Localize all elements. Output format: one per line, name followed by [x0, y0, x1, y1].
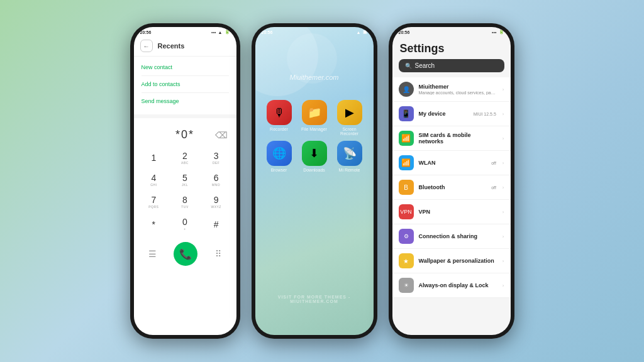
- keypad-icon[interactable]: ⠿: [215, 249, 221, 259]
- send-message-action[interactable]: Send message: [142, 96, 229, 107]
- settings-item-sim[interactable]: 📶 SIM cards & mobile networks ›: [392, 126, 511, 151]
- device-label: My device: [419, 111, 469, 117]
- app-browser[interactable]: 🌐 Browser: [264, 141, 294, 172]
- browser-icon: 🌐: [267, 141, 292, 166]
- battery-icon2: ▣: [363, 30, 367, 35]
- battery-icon3: 🔋: [499, 30, 504, 35]
- phone-recents: 20:56 ▪▪▪ ▲ 🔋 ← Recents New contact Add …: [130, 23, 240, 339]
- dial-display: *0* ⌫: [134, 121, 236, 145]
- app-recorder[interactable]: 🎙 Recorder: [264, 100, 294, 136]
- downloads-label: Downloads: [303, 168, 325, 172]
- account-label: Miuithemer: [419, 84, 496, 90]
- dial-pad: 1 2 ABC 3 DEF 4 GHI 5 JKL: [134, 145, 236, 237]
- wlan-label: WLAN: [419, 160, 487, 166]
- account-info: Miuithemer Manage accounts, cloud servic…: [419, 84, 496, 95]
- app-grid: 🎙 Recorder 📁 File Manager ▶ Screen Recor…: [255, 94, 374, 178]
- recents-header: ← Recents: [134, 36, 236, 57]
- wlan-chevron: ›: [502, 160, 504, 166]
- app-downloads[interactable]: ⬇ Downloads: [299, 141, 330, 172]
- dial-key-8[interactable]: 8 TUV: [170, 192, 200, 212]
- time-phone3: 20:56: [399, 30, 410, 35]
- dial-key-star[interactable]: *: [139, 214, 169, 234]
- dial-key-1[interactable]: 1: [139, 148, 169, 168]
- display-label: Always-on display & Lock: [419, 282, 496, 288]
- settings-item-bluetooth[interactable]: B Bluetooth off ›: [392, 175, 511, 200]
- account-sub: Manage accounts, cloud services, payment…: [419, 90, 496, 95]
- dial-key-4[interactable]: 4 GHI: [139, 170, 169, 190]
- screenrecorder-label: Screen Recorder: [335, 127, 365, 136]
- wallpaper-chevron: ›: [502, 258, 504, 264]
- sim-chevron: ›: [502, 136, 504, 141]
- bottom-watermark: VISIT FOR MORE THEMES - MIUITHEMER.COM: [255, 295, 374, 304]
- connection-info: Connection & sharing: [419, 233, 496, 239]
- bluetooth-status: off: [491, 185, 496, 190]
- sim-label: SIM cards & mobile networks: [419, 132, 496, 145]
- back-button[interactable]: ←: [140, 40, 153, 52]
- dial-key-3[interactable]: 3 DEF: [201, 148, 231, 168]
- signal-icon3: ▪▪▪: [492, 30, 496, 35]
- settings-item-device[interactable]: 📱 My device MIUI 12.5.5 ›: [392, 102, 511, 126]
- filemanager-label: File Manager: [301, 127, 327, 131]
- account-icon: 👤: [399, 82, 414, 97]
- app-screen-recorder[interactable]: ▶ Screen Recorder: [335, 100, 365, 136]
- browser-label: Browser: [271, 168, 287, 172]
- settings-item-wlan[interactable]: 📶 WLAN off ›: [392, 151, 511, 175]
- device-badge: MIUI 12.5.5: [474, 112, 496, 116]
- wlan-status: off: [491, 161, 496, 165]
- time-phone1: 20:56: [140, 30, 152, 35]
- add-to-contacts-action[interactable]: Add to contacts: [142, 79, 229, 90]
- vpn-info: VPN: [419, 209, 496, 215]
- settings-item-display[interactable]: ☀ Always-on display & Lock ›: [392, 273, 511, 298]
- new-contact-action[interactable]: New contact: [142, 62, 229, 73]
- search-label: Search: [415, 62, 435, 69]
- device-chevron: ›: [502, 111, 504, 117]
- signal-icon: ▪▪▪: [211, 30, 216, 35]
- wlan-icon: 📶: [399, 155, 414, 170]
- settings-item-wallpaper[interactable]: ★ Wallpaper & personalization ›: [392, 249, 511, 273]
- connection-chevron: ›: [502, 234, 504, 239]
- settings-search-bar[interactable]: 🔍 Search: [399, 59, 504, 72]
- app-file-manager[interactable]: 📁 File Manager: [299, 100, 330, 136]
- dial-key-9[interactable]: 9 WXYZ: [201, 192, 231, 212]
- device-icon: 📱: [399, 106, 414, 121]
- app-mi-remote[interactable]: 📡 Mi Remote: [335, 141, 365, 172]
- sim-icon: 📶: [399, 131, 414, 146]
- backspace-button[interactable]: ⌫: [215, 130, 228, 140]
- account-chevron: ›: [502, 87, 504, 92]
- status-bar-phone1: 20:56 ▪▪▪ ▲ 🔋: [134, 27, 236, 36]
- dial-key-6[interactable]: 6 MNO: [201, 170, 231, 190]
- wallpaper-icon: ★: [399, 253, 414, 268]
- recents-title: Recents: [158, 42, 185, 50]
- status-bar-phone3: 20:56 ▪▪▪ 🔋: [392, 27, 511, 36]
- settings-item-connection[interactable]: ⚙ Connection & sharing ›: [392, 224, 511, 249]
- connection-label: Connection & sharing: [419, 233, 496, 239]
- sim-info: SIM cards & mobile networks: [419, 132, 496, 145]
- dial-key-hash[interactable]: #: [201, 214, 231, 234]
- miremote-icon: 📡: [337, 141, 362, 166]
- search-icon: 🔍: [405, 63, 412, 69]
- call-button[interactable]: 📞: [174, 242, 197, 266]
- bluetooth-icon: B: [399, 180, 414, 195]
- dial-key-2[interactable]: 2 ABC: [170, 148, 200, 168]
- filemanager-icon: 📁: [302, 100, 327, 125]
- settings-title: Settings: [392, 36, 511, 59]
- recents-actions: New contact Add to contacts Send message: [134, 57, 236, 112]
- downloads-icon: ⬇: [302, 141, 327, 166]
- display-chevron: ›: [502, 283, 504, 288]
- screenrecorder-icon: ▶: [337, 100, 362, 125]
- dial-key-7[interactable]: 7 PQRS: [139, 192, 169, 212]
- recorder-label: Recorder: [270, 127, 288, 131]
- miremote-label: Mi Remote: [339, 168, 360, 172]
- settings-item-account[interactable]: 👤 Miuithemer Manage accounts, cloud serv…: [392, 77, 511, 102]
- contacts-icon[interactable]: ☰: [148, 249, 157, 259]
- vpn-chevron: ›: [502, 209, 504, 215]
- dial-key-5[interactable]: 5 JKL: [170, 170, 200, 190]
- settings-item-vpn[interactable]: VPN VPN ›: [392, 200, 511, 224]
- bg-circle-medium: [287, 33, 337, 84]
- vpn-label: VPN: [419, 209, 496, 215]
- dial-key-0[interactable]: 0 +: [170, 214, 200, 234]
- wallpaper-info: Wallpaper & personalization: [419, 258, 496, 264]
- dial-number: *0*: [175, 128, 194, 141]
- wlan-info: WLAN: [419, 160, 487, 166]
- recorder-icon: 🎙: [267, 100, 292, 125]
